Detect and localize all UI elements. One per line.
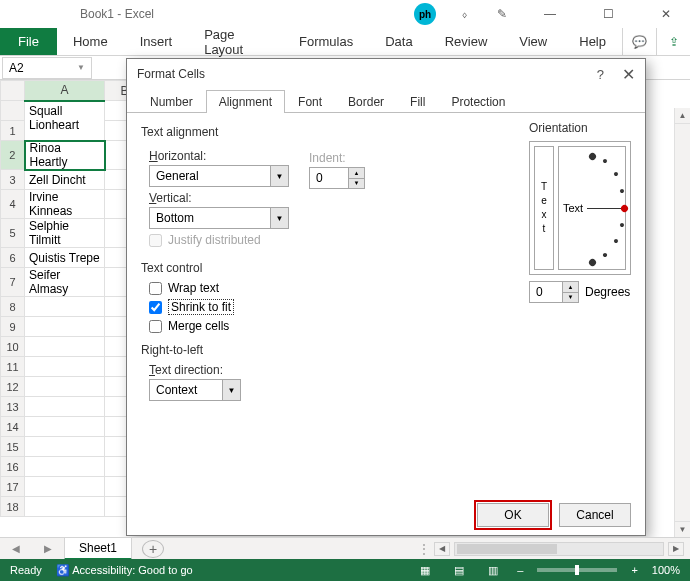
sheet-nav-prev-icon[interactable]: ◀ — [0, 543, 32, 554]
diamond-icon[interactable]: ⬨ — [454, 4, 474, 24]
spin-up-icon[interactable]: ▲ — [563, 282, 578, 293]
row-header[interactable]: 9 — [1, 317, 25, 337]
tab-alignment[interactable]: Alignment — [206, 90, 285, 113]
row-header[interactable] — [1, 101, 25, 121]
ribbon-tab-help[interactable]: Help — [563, 28, 622, 55]
scroll-up-icon[interactable]: ▲ — [675, 108, 690, 124]
zoom-slider[interactable] — [537, 568, 617, 572]
row-header[interactable]: 12 — [1, 377, 25, 397]
row-header[interactable]: 10 — [1, 337, 25, 357]
ok-button[interactable]: OK — [477, 503, 549, 527]
wrap-text-label: Wrap text — [168, 281, 219, 295]
merge-cells-row[interactable]: Merge cells — [149, 319, 631, 333]
close-window-button[interactable]: ✕ — [646, 1, 686, 27]
name-box[interactable]: A2 ▼ — [2, 57, 92, 79]
row-header[interactable]: 4 — [1, 190, 25, 219]
dropdown-icon[interactable]: ▼ — [270, 166, 288, 186]
row-header[interactable]: 3 — [1, 170, 25, 190]
indent-spinner[interactable]: 0 ▲▼ — [309, 167, 365, 189]
add-sheet-button[interactable]: + — [142, 540, 164, 558]
titlebar-right: ph ⬨ ✎ ― ☐ ✕ — [414, 1, 686, 27]
cell-a7[interactable]: Seifer Almasy — [25, 268, 105, 297]
ribbon-tab-review[interactable]: Review — [429, 28, 504, 55]
scroll-down-icon[interactable]: ▼ — [675, 521, 690, 537]
hscroll-left-icon[interactable]: ◀ — [434, 542, 450, 556]
zoom-level[interactable]: 100% — [652, 564, 680, 576]
cell-a3[interactable]: Zell Dincht — [25, 170, 105, 190]
sheet-tab-active[interactable]: Sheet1 — [64, 537, 132, 560]
row-header[interactable]: 11 — [1, 357, 25, 377]
spin-down-icon[interactable]: ▼ — [349, 179, 364, 189]
row-header[interactable]: 17 — [1, 477, 25, 497]
close-icon[interactable]: ✕ — [622, 65, 635, 84]
account-badge[interactable]: ph — [414, 3, 436, 25]
tab-fill[interactable]: Fill — [397, 90, 438, 113]
orientation-label: Orientation — [529, 121, 631, 135]
cell-a6[interactable]: Quistis Trepe — [25, 248, 105, 268]
row-header[interactable]: 1 — [1, 121, 25, 141]
select-all-corner[interactable] — [1, 81, 25, 101]
zoom-out-button[interactable]: – — [517, 564, 523, 576]
horizontal-combo[interactable]: General ▼ — [149, 165, 289, 187]
row-header[interactable]: 7 — [1, 268, 25, 297]
minimize-button[interactable]: ― — [530, 1, 570, 27]
view-normal-icon[interactable]: ▦ — [415, 562, 435, 578]
cell-a5[interactable]: Selphie Tilmitt — [25, 219, 105, 248]
wrap-text-checkbox[interactable] — [149, 282, 162, 295]
dialog-titlebar[interactable]: Format Cells ? ✕ — [127, 59, 645, 89]
dropdown-icon[interactable]: ▼ — [222, 380, 240, 400]
orientation-dial[interactable]: Text — [558, 146, 626, 270]
comments-button[interactable]: 💬 — [622, 28, 656, 55]
row-header[interactable]: 16 — [1, 457, 25, 477]
view-pagelayout-icon[interactable]: ▤ — [449, 562, 469, 578]
dialog-title: Format Cells — [137, 67, 205, 81]
ribbon-tab-insert[interactable]: Insert — [124, 28, 189, 55]
col-header-a[interactable]: A — [25, 81, 105, 101]
vertical-scrollbar[interactable]: ▲ ▼ — [674, 108, 690, 537]
sheet-nav-next-icon[interactable]: ▶ — [32, 543, 64, 554]
accessibility-status[interactable]: ♿ Accessibility: Good to go — [56, 564, 193, 577]
horizontal-scrollbar[interactable] — [454, 542, 664, 556]
text-direction-combo[interactable]: Context ▼ — [149, 379, 241, 401]
ribbon-tab-view[interactable]: View — [503, 28, 563, 55]
shrink-to-fit-checkbox[interactable] — [149, 301, 162, 314]
row-header[interactable]: 15 — [1, 437, 25, 457]
ribbon-tab-data[interactable]: Data — [369, 28, 428, 55]
tab-font[interactable]: Font — [285, 90, 335, 113]
degrees-spinner[interactable]: 0 ▲▼ — [529, 281, 579, 303]
zoom-in-button[interactable]: + — [631, 564, 637, 576]
row-header[interactable]: 18 — [1, 497, 25, 517]
help-button[interactable]: ? — [597, 67, 604, 82]
tab-protection[interactable]: Protection — [438, 90, 518, 113]
name-box-dropdown-icon[interactable]: ▼ — [77, 63, 85, 72]
merge-cells-checkbox[interactable] — [149, 320, 162, 333]
view-pagebreak-icon[interactable]: ▥ — [483, 562, 503, 578]
ribbon-tab-formulas[interactable]: Formulas — [283, 28, 369, 55]
tab-number[interactable]: Number — [137, 90, 206, 113]
cell-a1[interactable]: Squall Lionheart — [29, 104, 79, 132]
cancel-button[interactable]: Cancel — [559, 503, 631, 527]
wand-icon[interactable]: ✎ — [492, 4, 512, 24]
row-header[interactable]: 2 — [1, 141, 25, 170]
tab-border[interactable]: Border — [335, 90, 397, 113]
ribbon-tab-home[interactable]: Home — [57, 28, 124, 55]
row-header[interactable]: 8 — [1, 297, 25, 317]
ribbon-tab-pagelayout[interactable]: Page Layout — [188, 28, 283, 55]
indent-label: Indent: — [309, 151, 365, 165]
row-header[interactable]: 13 — [1, 397, 25, 417]
vertical-combo[interactable]: Bottom ▼ — [149, 207, 289, 229]
share-button[interactable]: ⇪ — [656, 28, 690, 55]
cell-a2[interactable]: Rinoa Heartly — [25, 141, 105, 170]
cell-a4[interactable]: Irvine Kinneas — [25, 190, 105, 219]
row-header[interactable]: 14 — [1, 417, 25, 437]
dropdown-icon[interactable]: ▼ — [270, 208, 288, 228]
row-header[interactable]: 5 — [1, 219, 25, 248]
spin-down-icon[interactable]: ▼ — [563, 293, 578, 303]
maximize-button[interactable]: ☐ — [588, 1, 628, 27]
spin-up-icon[interactable]: ▲ — [349, 168, 364, 179]
file-tab[interactable]: File — [0, 28, 57, 55]
dialog-tabs: Number Alignment Font Border Fill Protec… — [127, 89, 645, 113]
orientation-vertical-button[interactable]: Text — [534, 146, 554, 270]
hscroll-right-icon[interactable]: ▶ — [668, 542, 684, 556]
row-header[interactable]: 6 — [1, 248, 25, 268]
